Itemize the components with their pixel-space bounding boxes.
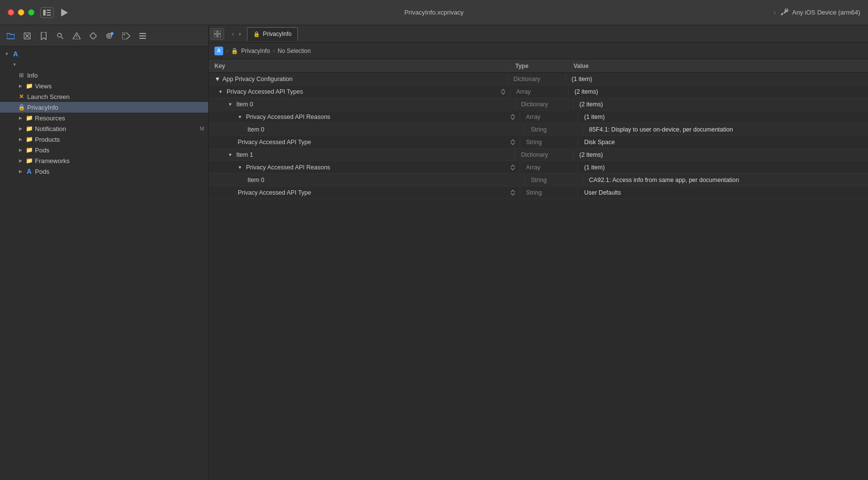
table-row[interactable]: ▼ Privacy Accessed API Types Array (2 it… [209,85,868,98]
plist-type-item0: Dictionary [515,99,573,109]
sidebar-item-sub[interactable]: ▼ [0,59,208,70]
expand-arrow-icon[interactable]: ▼ [238,165,242,170]
table-row[interactable]: ▼ Item 0 Dictionary (2 items) [209,98,868,111]
expand-arrow-icon[interactable]: ▼ [213,76,220,83]
stepper-icon[interactable] [510,189,516,196]
sidebar-item-privacy-info[interactable]: 🔒 PrivacyInfo [0,102,208,113]
svg-marker-4 [61,9,68,17]
sidebar-item-views[interactable]: ▶ 📁 Views [0,81,208,91]
list-icon[interactable] [136,29,149,43]
sidebar-item-pods2[interactable]: ▶ A Pods [0,166,208,177]
nav-arrows: ‹ › [226,25,247,43]
grid-view-button[interactable] [211,28,224,40]
title-bar: PrivacyInfo.xcprivacy › Any iOS Device (… [0,0,868,25]
expand-arrow-icon[interactable]: ▼ [238,115,242,119]
table-row[interactable]: ▼ Privacy Accessed API Reasons Array (1 … [209,161,868,174]
plist-header: Key Type Value [209,59,868,73]
plist-value-item00: 85F4.1: Display to user on-device, per d… [583,125,868,134]
table-row[interactable]: Privacy Accessed API Type String Disk Sp… [209,136,868,149]
sidebar-item-frameworks[interactable]: ▶ 📁 Frameworks [0,155,208,166]
svg-rect-18 [139,38,146,39]
key-label: Privacy Accessed API Reasons [246,164,330,171]
header-type: Type [509,63,568,69]
wrench-icon [780,9,788,17]
breadcrumb-file-icon: 🔒 [231,48,238,54]
back-arrow[interactable]: ‹ [230,29,236,38]
app-icon: A [12,50,19,58]
breadcrumb-current[interactable]: No Selection [278,48,311,54]
breadcrumb-sep-2: › [273,48,275,54]
sidebar-item-root[interactable]: ▼ A [0,49,208,59]
chevron-icon: › [774,9,776,16]
svg-text:•: • [112,33,113,35]
plist-type-api-types: Array [510,87,569,97]
plist-value-api-types: (2 items) [569,87,868,97]
chevron-down-icon-2: ▼ [12,62,17,67]
plist-key-reasons1: ▼ Privacy Accessed API Reasons [209,163,520,172]
expand-arrow-icon[interactable]: ▼ [218,89,223,94]
table-row[interactable]: ▼ App Privacy Configuration Dictionary (… [209,73,868,85]
chevron-right-icon-pods: ▶ [17,147,23,153]
key-label: Item 0 [236,101,253,108]
stepper-icon[interactable] [500,88,506,95]
close-button[interactable] [8,9,14,16]
diamond-icon[interactable] [86,29,100,43]
tag-icon[interactable] [119,29,133,43]
x-square-icon[interactable] [20,29,34,43]
privacy-icon: 🔒 [17,103,25,111]
plist-type-app-privacy: Dictionary [508,74,566,84]
sidebar-toolbar: • [0,25,208,47]
svg-point-15 [124,33,125,35]
plist-type-api-type0: String [520,137,578,147]
sidebar-item-pods[interactable]: ▶ 📁 Pods [0,145,208,155]
key-label: Privacy Accessed API Type [238,139,311,146]
sidebar-item-products[interactable]: ▶ 📁 Products [0,134,208,145]
breadcrumb-bar: A › 🔒 PrivacyInfo › No Selection [209,43,868,59]
svg-line-8 [61,36,64,39]
bookmark-icon[interactable] [37,29,50,43]
warning-icon[interactable] [70,29,83,43]
table-row[interactable]: Item 0 String 85F4.1: Display to user on… [209,123,868,136]
svg-rect-22 [218,34,221,37]
expand-arrow-icon[interactable]: ▼ [228,102,232,107]
breadcrumb-root[interactable]: PrivacyInfo [241,48,270,54]
key-label: Privacy Accessed API Reasons [246,114,330,120]
folder-icon[interactable] [4,29,17,43]
run-button[interactable] [60,8,69,17]
plist-value-item1: (2 items) [573,150,868,160]
minimize-button[interactable] [18,9,24,16]
sidebar-label-info: Info [27,72,204,79]
maximize-button[interactable] [28,9,34,16]
sidebar-item-info[interactable]: ⊞ Info [0,70,208,81]
svg-rect-21 [214,34,217,37]
plist-key-api-type0: Privacy Accessed API Type [209,137,520,147]
table-row[interactable]: ▼ Privacy Accessed API Reasons Array (1 … [209,111,868,123]
xmark-icon: ✕ [17,93,25,100]
tab-privacy-label: PrivacyInfo [263,31,292,37]
svg-rect-17 [139,35,146,36]
sidebar-label-products: Products [35,136,204,143]
folder-icon-products: 📁 [25,135,33,143]
key-label: Item 1 [236,151,253,158]
stepper-icon[interactable] [510,114,516,120]
gear-badge-icon[interactable]: • [103,29,116,43]
expand-arrow-icon[interactable]: ▼ [228,152,232,157]
plist-value-item10: CA92.1: Access info from same app, per d… [583,175,868,185]
tab-privacy-info[interactable]: 🔒 PrivacyInfo [247,27,298,41]
table-row[interactable]: Privacy Accessed API Type String User De… [209,186,868,199]
sidebar-item-resources[interactable]: ▶ 📁 Resources [0,113,208,123]
key-label: Item 0 [247,126,264,133]
search-icon[interactable] [53,29,67,43]
table-row[interactable]: Item 0 String CA92.1: Access info from s… [209,174,868,186]
sidebar-item-notification[interactable]: ▶ 📁 Notification M [0,123,208,134]
forward-arrow[interactable]: › [237,29,243,38]
stepper-icon[interactable] [510,164,516,171]
sidebar-label-pods: Pods [35,147,204,154]
sidebar-toggle-button[interactable] [40,7,54,18]
chevron-right-icon-notif: ▶ [17,126,23,132]
table-row[interactable]: ▼ Item 1 Dictionary (2 items) [209,149,868,161]
stepper-icon[interactable] [510,139,516,146]
plist-value-app-privacy: (1 item) [566,74,868,84]
plist-key-item0: ▼ Item 0 [209,99,515,109]
sidebar-item-launch-screen[interactable]: ✕ Launch Screen [0,91,208,102]
